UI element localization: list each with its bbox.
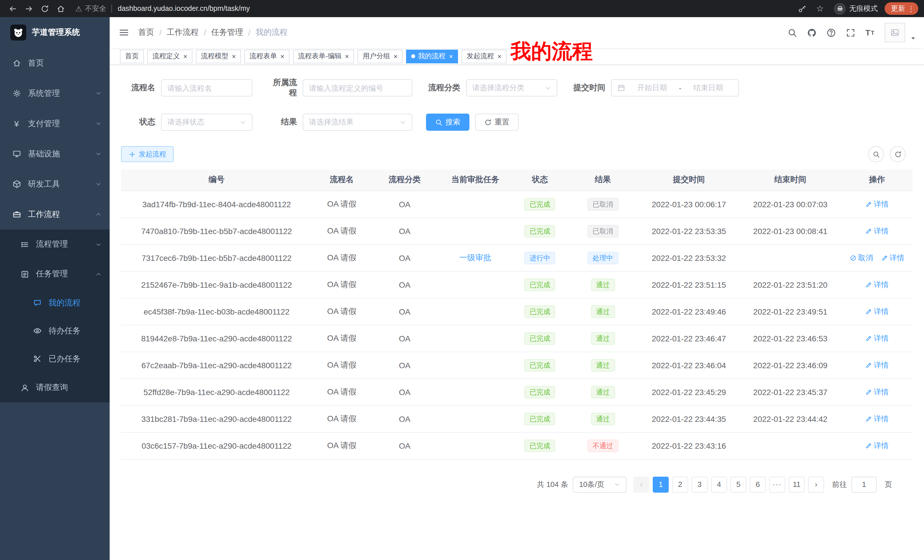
workflow-icon: [11, 210, 22, 219]
row-status: 已完成: [513, 217, 567, 244]
reload-icon[interactable]: [38, 2, 51, 15]
detail-link[interactable]: 详情: [865, 199, 889, 209]
edit-icon: [881, 254, 888, 261]
next-page-button[interactable]: ›: [808, 476, 824, 493]
sidebar-item[interactable]: 已办任务: [0, 345, 110, 373]
navbar-actions: TT: [788, 23, 924, 42]
github-icon[interactable]: [807, 28, 817, 37]
current-task-link[interactable]: 一级审批: [459, 253, 491, 262]
result-badge: 通过: [591, 278, 615, 291]
back-icon[interactable]: [6, 2, 20, 15]
row-category: OA: [372, 244, 438, 271]
sidebar-item[interactable]: 工作流程: [0, 199, 110, 229]
page-button[interactable]: 11: [789, 476, 805, 493]
infrastructure-icon: [11, 150, 22, 158]
bookmark-star-icon[interactable]: ☆: [813, 2, 827, 15]
sidebar-item[interactable]: 待办任务: [0, 317, 110, 345]
sidebar-item[interactable]: 我的流程: [0, 289, 110, 317]
page-button[interactable]: 2: [672, 476, 688, 493]
tab-close-icon[interactable]: ×: [183, 53, 188, 60]
breadcrumb-item[interactable]: 工作流程: [167, 27, 199, 38]
submit-time-range[interactable]: 开始日期 - 结束日期: [611, 79, 739, 96]
forward-icon[interactable]: [22, 2, 35, 15]
row-result: 通过: [567, 271, 639, 298]
page-button[interactable]: 4: [711, 476, 727, 493]
prev-page-button[interactable]: ‹: [633, 476, 650, 493]
refresh-button[interactable]: [890, 146, 906, 162]
home-menu-icon: [11, 59, 22, 67]
breadcrumb-item[interactable]: 任务管理: [211, 27, 243, 38]
column-header: 当前审批任务: [438, 169, 513, 191]
tab-close-icon[interactable]: ×: [345, 53, 349, 60]
page-button[interactable]: 1: [653, 476, 669, 493]
process-name-input[interactable]: [161, 79, 252, 96]
tab-close-icon[interactable]: ×: [280, 53, 284, 60]
browser-menu-icon[interactable]: ⋮: [908, 4, 915, 13]
help-icon[interactable]: [826, 28, 836, 37]
detail-link[interactable]: 详情: [865, 360, 889, 370]
result-select[interactable]: 请选择流结果: [303, 114, 412, 131]
pagination: 共 104 条 10条/页 ‹123456···11› 前往 页: [121, 476, 913, 493]
reset-button[interactable]: 重置: [475, 114, 519, 131]
update-button[interactable]: 更新 ⋮: [885, 2, 918, 15]
avatar[interactable]: [885, 23, 905, 42]
search-icon[interactable]: [788, 28, 798, 37]
row-status: 已完成: [513, 325, 567, 352]
breadcrumb: 首页/工作流程/任务管理/我的流程: [138, 27, 288, 38]
calendar-icon: [617, 84, 626, 92]
detail-link[interactable]: 详情: [865, 279, 889, 290]
breadcrumb-item[interactable]: 首页: [138, 27, 154, 38]
sidebar-item[interactable]: 研发工具: [0, 169, 110, 199]
status-select[interactable]: 请选择状态: [161, 114, 252, 131]
hamburger-icon[interactable]: [110, 27, 138, 38]
category-select[interactable]: 请选择流程分类: [466, 79, 557, 96]
browser-home-icon[interactable]: [54, 2, 68, 15]
page-button[interactable]: 3: [692, 476, 708, 493]
detail-link[interactable]: 详情: [865, 440, 889, 451]
goto-page-input[interactable]: [852, 476, 877, 493]
status-badge: 已完成: [525, 278, 555, 291]
view-tab[interactable]: 发起流程×: [461, 49, 507, 63]
toggle-search-button[interactable]: [868, 146, 884, 162]
detail-link[interactable]: 详情: [865, 226, 889, 236]
search-button[interactable]: 搜索: [426, 114, 470, 131]
parent-process-input[interactable]: [303, 79, 412, 96]
logo[interactable]: 芋道管理系统: [0, 17, 110, 48]
view-tab[interactable]: 流程模型×: [196, 49, 241, 63]
tab-close-icon[interactable]: ×: [232, 53, 236, 60]
tab-close-icon[interactable]: ×: [449, 53, 453, 60]
sidebar-item[interactable]: 基础设施: [0, 139, 110, 169]
view-tab[interactable]: 用户分组×: [357, 49, 403, 63]
detail-link[interactable]: 详情: [865, 306, 889, 316]
detail-link[interactable]: 详情: [881, 253, 904, 263]
sidebar-item[interactable]: 首页: [0, 48, 110, 78]
fullscreen-icon[interactable]: [846, 28, 856, 37]
row-end-time: 2022-01-22 23:49:51: [739, 298, 841, 325]
create-process-button[interactable]: 发起流程: [121, 146, 174, 162]
view-tab[interactable]: 首页: [120, 49, 144, 63]
avatar-caret-icon[interactable]: [910, 35, 916, 41]
status-badge: 已完成: [525, 439, 555, 452]
sidebar-item[interactable]: 请假查询: [0, 373, 110, 403]
sidebar-item[interactable]: 任务管理: [0, 259, 110, 289]
detail-link[interactable]: 详情: [865, 333, 889, 343]
page-size-select[interactable]: 10条/页: [573, 476, 627, 493]
address-bar[interactable]: ⚠ 不安全 dashboard.yudao.iocoder.cn/bpm/tas…: [75, 4, 793, 13]
cancel-link[interactable]: 取消: [849, 253, 873, 263]
page-button[interactable]: 6: [750, 476, 766, 493]
view-tab[interactable]: 我的流程×: [406, 49, 458, 63]
password-key-icon[interactable]: [795, 2, 808, 15]
detail-link[interactable]: 详情: [865, 387, 889, 397]
view-tab[interactable]: 流程定义×: [147, 49, 192, 63]
view-tab[interactable]: 流程表单-编辑×: [293, 49, 354, 63]
font-size-icon[interactable]: TT: [866, 28, 875, 37]
sidebar-item[interactable]: 系统管理: [0, 78, 110, 108]
view-tab[interactable]: 流程表单×: [244, 49, 290, 63]
page-button[interactable]: 5: [730, 476, 746, 493]
tab-close-icon[interactable]: ×: [497, 53, 501, 60]
sidebar-item[interactable]: 流程管理: [0, 229, 110, 259]
tab-close-icon[interactable]: ×: [393, 53, 398, 60]
more-pages-button[interactable]: ···: [769, 476, 785, 493]
sidebar-item[interactable]: ¥支付管理: [0, 108, 110, 139]
detail-link[interactable]: 详情: [865, 413, 889, 424]
